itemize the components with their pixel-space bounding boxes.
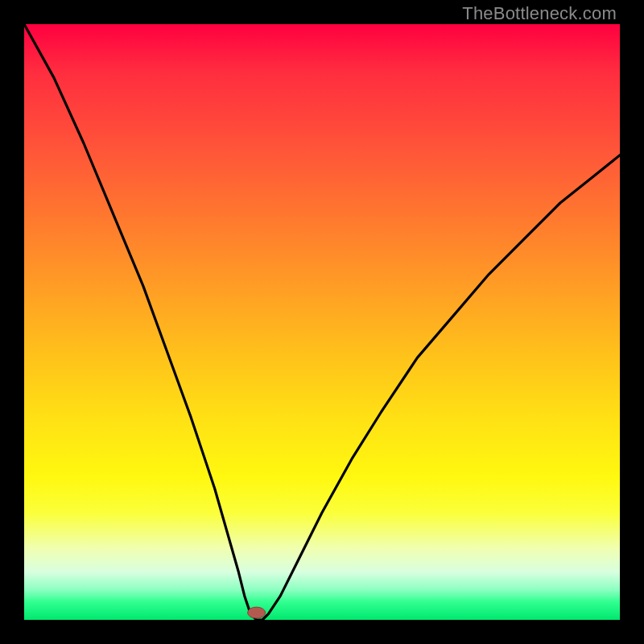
watermark-text: TheBottleneck.com — [462, 3, 617, 24]
bottleneck-curve-path — [24, 24, 620, 620]
plot-area — [24, 24, 620, 620]
optimal-marker — [248, 607, 266, 618]
chart-frame: TheBottleneck.com — [0, 0, 644, 644]
bottleneck-curve-svg — [24, 24, 620, 620]
